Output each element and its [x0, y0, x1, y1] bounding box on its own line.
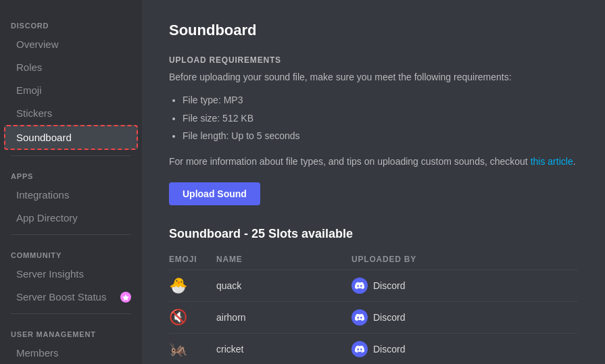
col-name-label: NAME: [216, 255, 352, 264]
apps-section-label: APPS: [0, 161, 142, 183]
sidebar-item-stickers[interactable]: Stickers: [5, 102, 137, 124]
sidebar-item-app-directory[interactable]: App Directory: [5, 207, 137, 229]
community-section-label: COMMUNITY: [0, 240, 142, 262]
soundboard-subtitle: Soundboard - 25 Slots available: [169, 227, 578, 241]
sound-row: 🔇airhornDiscord: [169, 301, 578, 333]
upload-sound-button[interactable]: Upload Sound: [169, 182, 260, 205]
table-header: EMOJI NAME UPLOADED BY: [169, 252, 578, 267]
discord-avatar-icon: [352, 278, 368, 294]
col-uploader-label: UPLOADED BY: [352, 255, 578, 264]
sidebar-item-soundboard[interactable]: Soundboard: [4, 125, 138, 150]
sound-row: 🦗cricketDiscord: [169, 333, 578, 364]
sound-emoji: 🦗: [169, 340, 216, 358]
sound-name: quack: [216, 280, 352, 291]
requirements-intro-text: Before uploading your sound file, make s…: [169, 70, 578, 84]
sidebar-item-emoji[interactable]: Emoji: [5, 79, 137, 101]
sidebar-item-integrations[interactable]: Integrations: [5, 184, 137, 206]
main-content: Soundboard UPLOAD REQUIREMENTS Before up…: [142, 0, 605, 364]
sound-name: airhorn: [216, 312, 352, 323]
discord-avatar-icon: [352, 309, 368, 326]
sound-emoji: 🐣: [169, 277, 216, 294]
discord-avatar-icon: [352, 341, 368, 357]
sidebar-item-members[interactable]: Members: [5, 342, 137, 364]
col-emoji-label: EMOJI: [169, 255, 216, 264]
sidebar-item-server-insights[interactable]: Server Insights: [5, 263, 137, 285]
sidebar: DISCORD Overview Roles Emoji Stickers So…: [0, 0, 142, 364]
requirement-filesize: File size: 512 KB: [183, 109, 578, 128]
sound-name: cricket: [216, 344, 352, 355]
sidebar-divider-1: [11, 155, 131, 156]
sidebar-divider-3: [11, 313, 131, 314]
sound-row: 🐣quackDiscord: [169, 269, 578, 301]
requirement-filetype: File type: MP3: [183, 91, 578, 109]
this-article-link[interactable]: this article: [531, 156, 573, 167]
sound-emoji: 🔇: [169, 309, 216, 326]
upload-requirements-heading: UPLOAD REQUIREMENTS: [169, 55, 578, 65]
boost-badge-icon: [120, 292, 131, 303]
info-text: For more information about file types, a…: [169, 155, 578, 169]
sound-uploader: Discord: [352, 309, 578, 326]
uploader-name: Discord: [373, 312, 405, 323]
sidebar-divider-2: [11, 234, 131, 235]
requirement-filelength: File length: Up to 5 seconds: [183, 127, 578, 145]
user-management-section-label: USER MANAGEMENT: [0, 319, 142, 341]
sound-uploader: Discord: [352, 278, 578, 294]
discord-section-label: DISCORD: [0, 11, 142, 32]
sidebar-item-overview[interactable]: Overview: [5, 33, 137, 55]
uploader-name: Discord: [373, 344, 405, 355]
sidebar-item-roles[interactable]: Roles: [5, 56, 137, 78]
sound-uploader: Discord: [352, 341, 578, 357]
requirements-list: File type: MP3 File size: 512 KB File le…: [169, 91, 578, 145]
sound-rows-container: 🐣quackDiscord🔇airhornDiscord🦗cricketDisc…: [169, 269, 578, 364]
page-title: Soundboard: [169, 22, 578, 39]
sidebar-item-server-boost-status[interactable]: Server Boost Status: [5, 286, 137, 308]
uploader-name: Discord: [373, 280, 405, 291]
